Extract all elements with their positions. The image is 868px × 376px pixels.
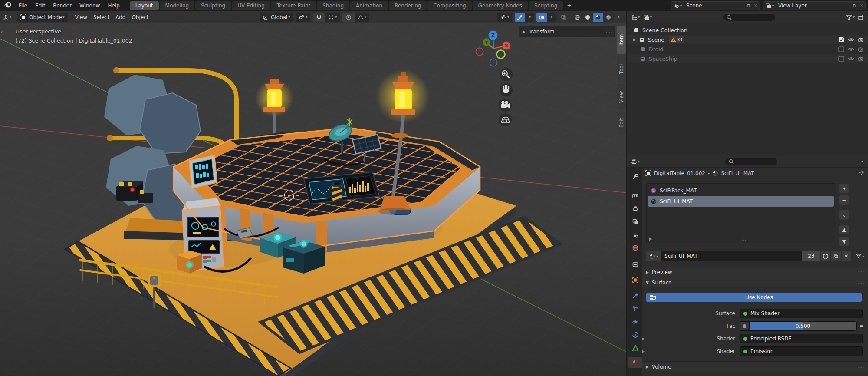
axis-neg-z-handle[interactable] [490,59,497,66]
shading-rendered-button[interactable] [603,13,614,22]
scene-browse-icon[interactable]: ▾ [671,2,684,10]
properties-options-dropdown[interactable]: ▾ [861,159,866,163]
add-workspace-button[interactable]: + [564,1,575,10]
tab-collection[interactable] [628,259,642,270]
expand-arrow-icon[interactable]: ▶ [642,336,648,341]
add-slot-button[interactable]: ＋ [839,183,849,194]
tab-physics[interactable] [628,316,642,327]
view-layer-name[interactable]: View Layer [776,2,851,10]
menu-view[interactable]: View [72,13,90,22]
show-gizmo-toggle[interactable] [515,13,525,22]
users-count-button[interactable]: 23 [802,251,820,261]
tab-tool[interactable] [628,171,642,182]
workspace-tab-layout[interactable]: Layout [130,1,159,10]
camera-visibility-icon[interactable] [858,37,864,43]
overlays-dropdown[interactable]: ▾ [547,13,556,22]
axis-neg-y-handle[interactable] [497,50,505,59]
unlink-material-button[interactable]: ✕ [841,251,852,261]
new-collection-button[interactable] [856,13,866,22]
pan-hand-button[interactable] [500,83,513,96]
zoom-button[interactable] [500,68,513,81]
camera-visibility-icon[interactable] [858,46,864,52]
3d-viewport[interactable]: ▾ Object Mode▾ View Select Add Object Gl… [0,11,626,376]
view-layer-browse-icon[interactable]: ▾ [763,2,776,10]
surface-value-field[interactable]: Mix Shader [740,309,863,318]
outliner-row-scene-collection[interactable]: Scene Collection [627,25,868,35]
scene-new-icon[interactable]: ⧉ [745,3,752,9]
toolbar-expand-arrow[interactable]: › [1,29,3,34]
xray-toggle[interactable] [559,13,569,22]
outliner-display-mode-button[interactable]: ▾ [641,13,654,22]
outliner-search-input[interactable] [723,13,776,21]
hide-eye-icon[interactable] [848,37,854,43]
menu-add[interactable]: Add [112,13,128,22]
scene-name[interactable]: Scene [684,2,745,10]
volume-panel-header[interactable]: ▶Volume∷∷ [642,361,868,372]
move-slot-down-button[interactable]: ▼ [839,236,849,247]
menu-window[interactable]: Window [76,1,104,10]
browse-material-button[interactable]: ▾ [646,251,661,261]
material-name-field[interactable]: SciFi_UI_MAT [661,251,802,261]
hide-eye-icon[interactable] [848,46,854,52]
slot-list-grip[interactable]: ∷∷ [741,237,746,242]
material-specials-dropdown[interactable]: ▾ [854,251,865,261]
camera-visibility-icon[interactable] [858,56,864,62]
workspace-tab-texture-paint[interactable]: Texture Paint [271,1,316,10]
tab-constraints[interactable] [628,329,642,340]
tab-output[interactable] [628,203,642,214]
workspace-tab-uv-editing[interactable]: UV Editing [232,1,270,10]
workspace-tab-geometry-nodes[interactable]: Geometry Nodes [473,1,528,10]
perspective-toggle-button[interactable] [499,113,512,126]
preview-panel-header[interactable]: ▶Preview∷∷ [642,267,868,277]
shader1-field[interactable]: Principled BSDF [740,334,863,343]
scene-unlink-icon[interactable]: ✕ [752,3,760,9]
move-slot-up-button[interactable]: ▲ [839,224,849,235]
npanel-tab-view[interactable]: View [617,84,626,109]
menu-help[interactable]: Help [104,1,123,10]
fac-socket-button[interactable] [740,321,749,331]
properties-search-input[interactable] [725,158,778,165]
workspace-tab-sculpting[interactable]: Sculpting [195,1,231,10]
tab-particles[interactable] [628,303,642,314]
view-layer-remove-icon[interactable]: ✕ [858,3,865,9]
3d-scene[interactable]: Z Y X [0,23,626,376]
material-slot-scifipack[interactable]: SciFiPack_MAT [648,185,834,196]
snap-settings-dropdown[interactable]: ▾ [325,13,340,22]
tab-scene[interactable] [628,229,642,241]
shading-wireframe-button[interactable] [572,13,582,22]
keyframe-dot-icon[interactable] [860,325,863,327]
tab-object-data[interactable] [628,342,642,353]
slot-list-expand-arrow[interactable]: ▶ [649,237,652,241]
workspace-tab-animation[interactable]: Animation [350,1,388,10]
snap-toggle[interactable] [313,13,325,22]
tab-material[interactable] [628,357,642,368]
outliner-row-spaceship[interactable]: SpaceShip [627,54,868,63]
remove-slot-button[interactable]: − [839,195,849,205]
slot-specials-button[interactable]: ⌄ [839,210,849,220]
hazard-barrel[interactable] [331,182,344,201]
use-nodes-button[interactable]: Use Nodes [646,293,862,302]
fake-user-shield-button[interactable] [820,251,831,261]
blender-logo-icon[interactable] [3,1,12,10]
workspace-tab-modeling[interactable]: Modeling [160,1,195,10]
menu-render[interactable]: Render [49,1,76,10]
camera-view-button[interactable] [499,99,512,112]
axis-neg-x-handle[interactable] [476,48,483,56]
shading-dropdown[interactable]: ▾ [614,13,622,22]
outliner-row-scene[interactable]: ▶ Scene 34 [627,35,868,44]
outliner-editor-type-button[interactable]: ▾ [629,13,641,22]
tab-render[interactable] [628,190,642,201]
shading-solid-button[interactable] [582,13,593,22]
pivot-point-dropdown[interactable]: ▾ [296,13,310,22]
checkbox-unchecked-icon[interactable] [838,46,844,52]
shader2-field[interactable]: Emission [740,346,863,356]
proportional-falloff-dropdown[interactable]: ▾ [355,13,369,22]
checkbox-checked-icon[interactable] [838,37,844,43]
npanel-tab-edit[interactable]: Edit [617,112,626,134]
editor-type-button[interactable]: ▾ [0,13,13,22]
object-visibility-dropdown[interactable]: ▾ [497,13,512,22]
npanel-tab-item[interactable]: Item [617,26,626,54]
workspace-tab-rendering[interactable]: Rendering [389,1,427,10]
pin-icon[interactable] [859,170,865,177]
workspace-tab-scripting[interactable]: Scripting [529,1,563,10]
